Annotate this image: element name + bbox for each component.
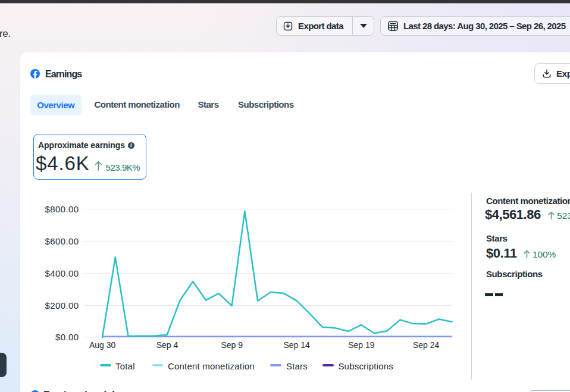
svg-text:Sep 24: Sep 24 [413,340,440,350]
svg-text:$800.00: $800.00 [45,204,79,214]
svg-text:$400.00: $400.00 [45,268,79,278]
svg-text:Sep 19: Sep 19 [348,340,375,350]
svg-text:Sep 9: Sep 9 [221,340,243,350]
svg-text:Sep 14: Sep 14 [283,340,310,350]
svg-text:$0.00: $0.00 [55,332,79,342]
svg-text:Aug 30: Aug 30 [89,340,116,350]
svg-text:Sep 4: Sep 4 [156,340,178,350]
svg-text:$600.00: $600.00 [45,236,79,246]
svg-text:$200.00: $200.00 [45,300,79,311]
